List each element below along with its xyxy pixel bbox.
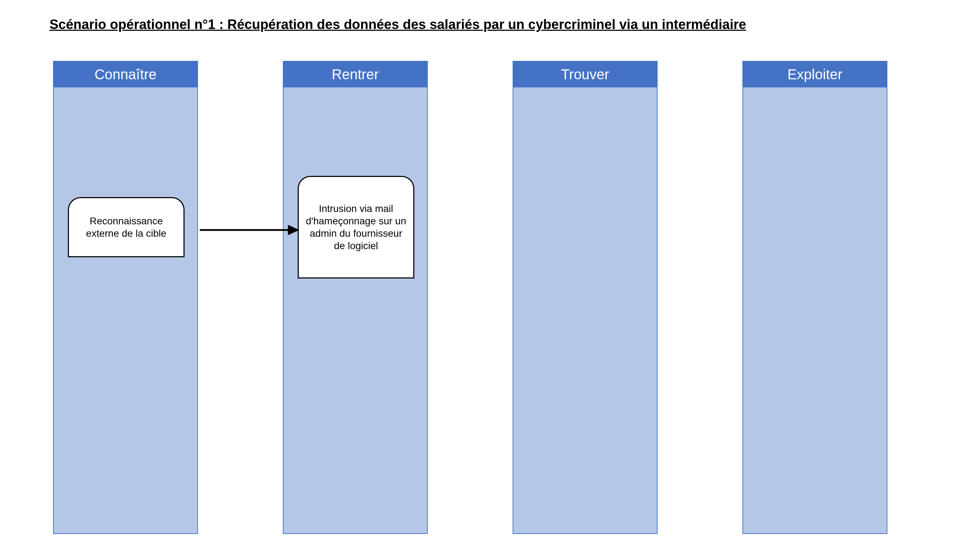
column-body-exploiter — [743, 88, 887, 533]
node-intrusion-label: Intrusion via mail d'hameçonnage sur un … — [306, 203, 406, 252]
column-rentrer: Rentrer Intrusion via mail d'hameçonnage… — [283, 61, 428, 534]
node-reconnaissance: Reconnaissance externe de la cible — [68, 197, 185, 257]
column-body-rentrer: Intrusion via mail d'hameçonnage sur un … — [283, 88, 427, 533]
diagram-title: Scénario opérationnel n°1 : Récupération… — [49, 17, 746, 32]
column-connaitre: Connaître Reconnaissance externe de la c… — [53, 61, 198, 534]
column-header-connaitre: Connaître — [54, 62, 197, 88]
svg-marker-1 — [288, 225, 299, 235]
column-body-connaitre: Reconnaissance externe de la cible — [54, 88, 197, 533]
column-header-trouver: Trouver — [513, 62, 657, 88]
column-header-rentrer: Rentrer — [283, 62, 427, 88]
column-header-exploiter: Exploiter — [743, 62, 887, 88]
arrow-n1-n2 — [198, 223, 301, 237]
node-reconnaissance-label: Reconnaissance externe de la cible — [76, 215, 177, 239]
node-intrusion: Intrusion via mail d'hameçonnage sur un … — [298, 176, 414, 279]
column-body-trouver — [513, 88, 657, 533]
column-exploiter: Exploiter — [743, 61, 888, 534]
column-trouver: Trouver — [512, 61, 657, 534]
